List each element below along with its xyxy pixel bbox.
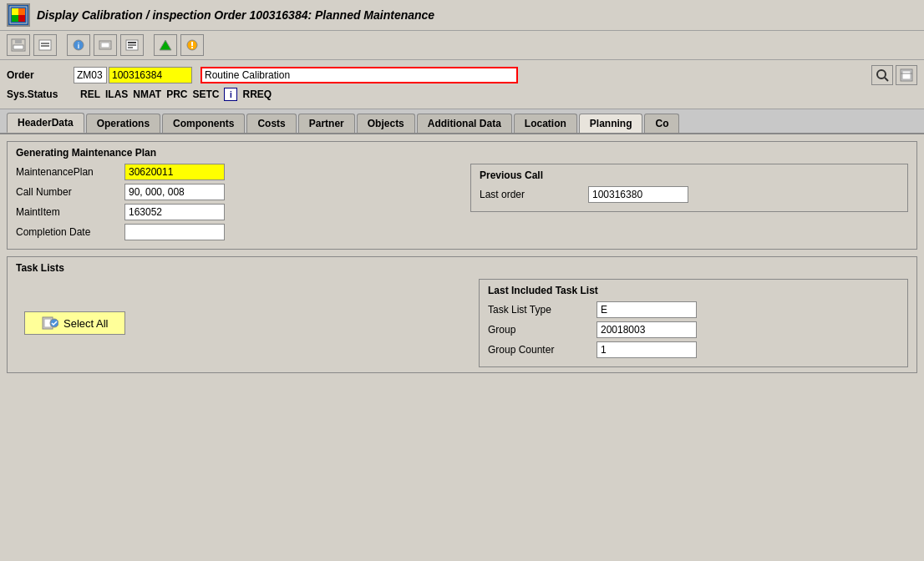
select-all-button[interactable]: Select All (24, 311, 125, 335)
group-counter-label: Group Counter (488, 344, 597, 356)
tab-location[interactable]: Location (514, 114, 577, 133)
task-list-type-input[interactable] (597, 301, 697, 318)
call-number-label: Call Number (16, 186, 124, 198)
svg-rect-2 (18, 8, 25, 15)
group-input[interactable] (597, 321, 697, 338)
tabs-container: HeaderData Operations Components Costs P… (0, 109, 924, 134)
call-number-row: Call Number (16, 184, 454, 200)
status-nmat: NMAT (133, 88, 161, 100)
last-included-panel: Last Included Task List Task List Type G… (479, 279, 908, 367)
group-row: Group (488, 321, 899, 338)
toolbar-btn-4[interactable] (94, 34, 117, 56)
svg-rect-14 (101, 43, 109, 48)
panel-right: Previous Call Last order (470, 164, 908, 244)
tab-operations[interactable]: Operations (86, 114, 160, 133)
task-right-area: Last Included Task List Task List Type G… (479, 279, 908, 367)
last-order-row: Last order (480, 186, 899, 203)
generating-panel-title: Generating Maintenance Plan (16, 147, 908, 159)
info-button[interactable]: i (224, 88, 237, 101)
completion-date-row: Completion Date (16, 224, 454, 240)
tab-additional-data[interactable]: Additional Data (417, 114, 512, 133)
group-label: Group (488, 324, 597, 336)
task-list-type-label: Task List Type (488, 304, 597, 316)
maint-item-input[interactable] (124, 204, 225, 220)
svg-rect-22 (191, 47, 193, 48)
select-all-label: Select All (63, 317, 108, 330)
toolbar: i (0, 31, 924, 60)
svg-rect-4 (18, 15, 25, 22)
toolbar-btn-2[interactable] (33, 34, 57, 56)
status-rel: REL (80, 88, 100, 100)
tab-components[interactable]: Components (162, 114, 245, 133)
tab-planning[interactable]: Planning (579, 114, 643, 133)
title-bar: Display Calibration / inspection Order 1… (0, 0, 924, 31)
toolbar-btn-1[interactable] (7, 34, 30, 56)
order-form: Order Sys.Status REL ILAS NMAT PRC SETC … (0, 60, 924, 109)
order-number-input[interactable] (109, 67, 192, 83)
svg-text:i: i (78, 42, 80, 50)
sys-status-label: Sys.Status (7, 88, 74, 100)
task-panel-content: Select All Last Included Task List Task … (16, 279, 908, 367)
task-lists-title: Task Lists (16, 262, 908, 274)
status-setc: SETC (192, 88, 219, 100)
maint-item-label: MaintItem (16, 206, 124, 218)
svg-rect-3 (12, 15, 18, 22)
svg-rect-8 (39, 40, 51, 50)
tab-costs[interactable]: Costs (246, 114, 296, 133)
action-buttons (871, 65, 917, 85)
order-desc-input[interactable] (201, 67, 518, 83)
group-counter-row: Group Counter (488, 341, 899, 358)
group-counter-input[interactable] (597, 341, 697, 358)
last-order-input[interactable] (588, 186, 688, 203)
toolbar-btn-6[interactable] (154, 34, 177, 56)
previous-call-panel: Previous Call Last order (470, 164, 908, 212)
task-list-type-row: Task List Type (488, 301, 899, 318)
status-rreq: RREQ (242, 88, 272, 100)
task-left-area: Select All (16, 279, 462, 367)
call-number-input[interactable] (124, 184, 225, 200)
last-included-title: Last Included Task List (488, 285, 899, 296)
maintenance-plan-input[interactable] (124, 164, 225, 180)
status-prc: PRC (166, 88, 187, 100)
order-type-input[interactable] (74, 67, 107, 83)
tab-header-data[interactable]: HeaderData (7, 113, 84, 133)
svg-line-24 (885, 78, 888, 81)
svg-rect-1 (12, 8, 18, 15)
select-all-icon (42, 316, 58, 331)
main-content: Generating Maintenance Plan MaintenanceP… (0, 134, 924, 561)
tab-objects[interactable]: Objects (357, 114, 415, 133)
window-title: Display Calibration / inspection Order 1… (37, 8, 434, 22)
toolbar-btn-3[interactable]: i (67, 34, 90, 56)
app-icon (7, 3, 30, 27)
tab-partner[interactable]: Partner (298, 114, 355, 133)
task-lists-panel: Task Lists Select All (7, 256, 917, 373)
svg-rect-26 (902, 71, 911, 79)
svg-rect-6 (13, 45, 23, 49)
toolbar-btn-5[interactable] (120, 34, 144, 56)
order-label: Order (7, 69, 74, 81)
toolbar-btn-7[interactable] (180, 34, 204, 56)
completion-date-input[interactable] (124, 224, 225, 240)
completion-date-label: Completion Date (16, 226, 124, 238)
panel-left: MaintenancePlan Call Number MaintItem Co… (16, 164, 454, 244)
maintenance-plan-row: MaintenancePlan (16, 164, 454, 180)
search-button[interactable] (871, 65, 893, 85)
maintenance-plan-label: MaintenancePlan (16, 166, 124, 178)
svg-marker-19 (160, 40, 171, 50)
previous-call-title: Previous Call (480, 169, 899, 181)
status-items: REL ILAS NMAT PRC SETC i RREQ (80, 88, 272, 101)
status-ilas: ILAS (105, 88, 128, 100)
config-button[interactable] (896, 65, 917, 85)
generating-maintenance-panel: Generating Maintenance Plan MaintenanceP… (7, 141, 917, 250)
svg-point-23 (877, 70, 886, 78)
panel-content: MaintenancePlan Call Number MaintItem Co… (16, 164, 908, 244)
maint-item-row: MaintItem (16, 204, 454, 220)
last-order-label: Last order (480, 189, 588, 200)
svg-rect-7 (15, 40, 22, 43)
tab-co[interactable]: Co (644, 114, 679, 133)
svg-rect-21 (191, 42, 193, 46)
